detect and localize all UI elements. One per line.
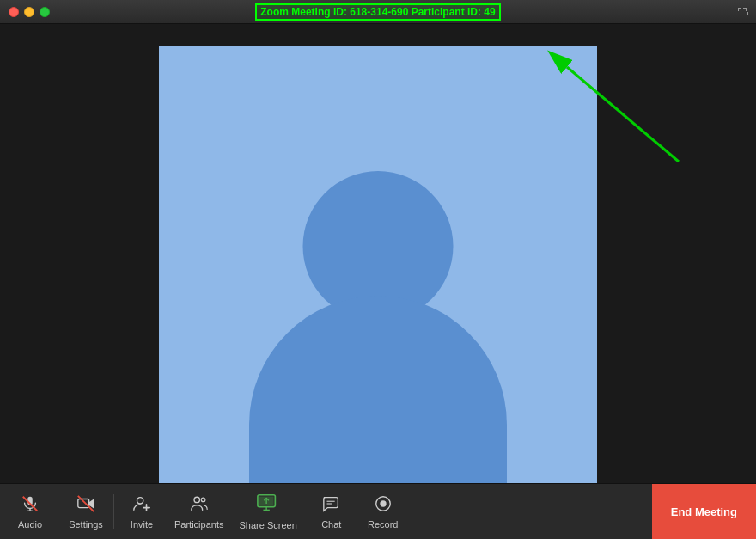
meeting-info: Zoom Meeting ID: 618-314-690 Participant… (255, 3, 500, 21)
participants-label: Participants (174, 519, 223, 530)
settings-button[interactable]: Settings (60, 486, 112, 537)
divider-1 (58, 494, 58, 529)
chat-button[interactable]: Chat (306, 486, 357, 537)
participants-button[interactable]: Participants (168, 486, 230, 537)
settings-label: Settings (69, 519, 103, 530)
svg-point-8 (137, 497, 143, 503)
traffic-lights (9, 7, 50, 17)
chat-label: Chat (321, 519, 341, 530)
record-icon (374, 494, 393, 517)
invite-button[interactable]: Invite (116, 486, 168, 537)
audio-button[interactable]: Audio (4, 486, 56, 537)
title-bar: Zoom Meeting ID: 618-314-690 Participant… (0, 0, 756, 24)
share-screen-button[interactable]: Share Screen (230, 486, 305, 537)
record-label: Record (368, 519, 398, 530)
maximize-button[interactable] (40, 7, 50, 17)
avatar-body (249, 296, 507, 485)
divider-2 (113, 494, 114, 529)
toolbar-left: Audio Settings (0, 486, 652, 537)
audio-label: Audio (18, 519, 42, 530)
participant-video (159, 46, 597, 485)
invite-icon (132, 494, 151, 517)
participants-icon (190, 494, 209, 517)
svg-point-11 (194, 497, 199, 502)
share-screen-icon (257, 493, 279, 518)
minimize-button[interactable] (24, 7, 34, 17)
svg-point-12 (201, 498, 205, 502)
settings-icon (76, 494, 95, 517)
invite-label: Invite (131, 519, 153, 530)
share-screen-label: Share Screen (239, 520, 296, 530)
svg-point-21 (380, 500, 386, 506)
close-button[interactable] (9, 7, 19, 17)
main-content (0, 24, 756, 507)
end-meeting-button[interactable]: End Meeting (652, 484, 756, 540)
toolbar: Audio Settings (0, 483, 756, 539)
record-button[interactable]: Record (357, 486, 409, 537)
fullscreen-button[interactable] (735, 5, 749, 19)
microphone-muted-icon (21, 494, 40, 517)
chat-icon (322, 494, 341, 517)
